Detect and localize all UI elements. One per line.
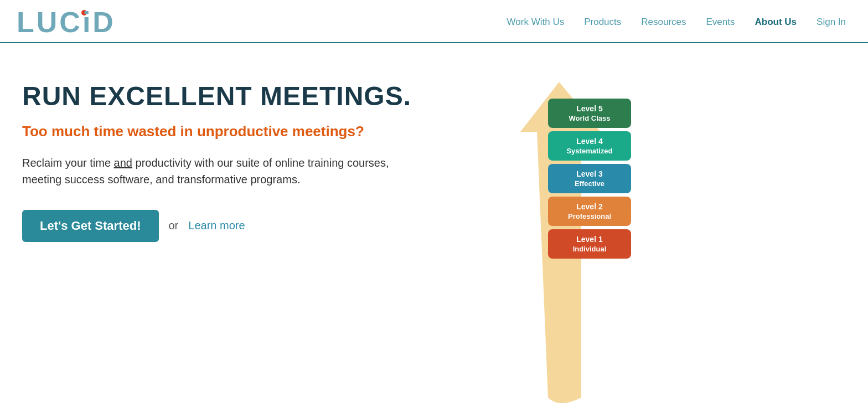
get-started-button[interactable]: Let's Get Started! <box>22 210 159 242</box>
description-part1: Reclaim your time <box>22 157 114 169</box>
nav-events[interactable]: Events <box>706 17 735 28</box>
level-2-badge: Level 2 Professional <box>548 197 631 226</box>
page-subheadline: Too much time wasted in unproductive mee… <box>22 122 476 141</box>
or-text: or <box>169 219 179 232</box>
site-header: LUCiD Work With Us Products Resources Ev… <box>0 0 868 43</box>
level-1-number: Level 1 <box>556 235 623 244</box>
main-content: RUN EXCELLENT MEETINGS. Too much time wa… <box>0 43 868 405</box>
nav-about-us[interactable]: About Us <box>755 17 797 28</box>
level-1-badge: Level 1 Individual <box>548 229 631 259</box>
level-1-name: Individual <box>556 245 623 253</box>
logo: LUCiD <box>17 8 116 37</box>
nav-work-with-us[interactable]: Work With Us <box>507 17 565 28</box>
left-content: RUN EXCELLENT MEETINGS. Too much time wa… <box>22 71 476 242</box>
levels-stack: Level 5 World Class Level 4 Systematized… <box>487 76 631 259</box>
level-5-name: World Class <box>556 114 623 122</box>
level-2-number: Level 2 <box>556 202 623 211</box>
level-5-badge: Level 5 World Class <box>548 99 631 128</box>
level-4-number: Level 4 <box>556 137 623 146</box>
level-3-number: Level 3 <box>556 169 623 178</box>
logo-text: LUCiD <box>17 8 116 37</box>
learn-more-link[interactable]: Learn more <box>188 219 245 232</box>
nav-sign-in[interactable]: Sign In <box>817 17 846 28</box>
arrow-container: Level 5 World Class Level 4 Systematized… <box>487 76 631 259</box>
level-4-badge: Level 4 Systematized <box>548 131 631 161</box>
cta-row: Let's Get Started! or Learn more <box>22 210 476 242</box>
page-headline: RUN EXCELLENT MEETINGS. <box>22 82 476 111</box>
level-4-name: Systematized <box>556 147 623 155</box>
level-3-badge: Level 3 Effective <box>548 164 631 193</box>
nav-resources[interactable]: Resources <box>641 17 686 28</box>
description-and: and <box>114 157 132 169</box>
level-2-name: Professional <box>556 212 623 220</box>
main-nav: Work With Us Products Resources Events A… <box>507 17 846 28</box>
level-3-name: Effective <box>556 179 623 188</box>
levels-diagram: Level 5 World Class Level 4 Systematized… <box>476 71 642 259</box>
level-5-number: Level 5 <box>556 104 623 113</box>
page-description: Reclaim your time and productivity with … <box>22 155 399 188</box>
nav-products[interactable]: Products <box>584 17 621 28</box>
